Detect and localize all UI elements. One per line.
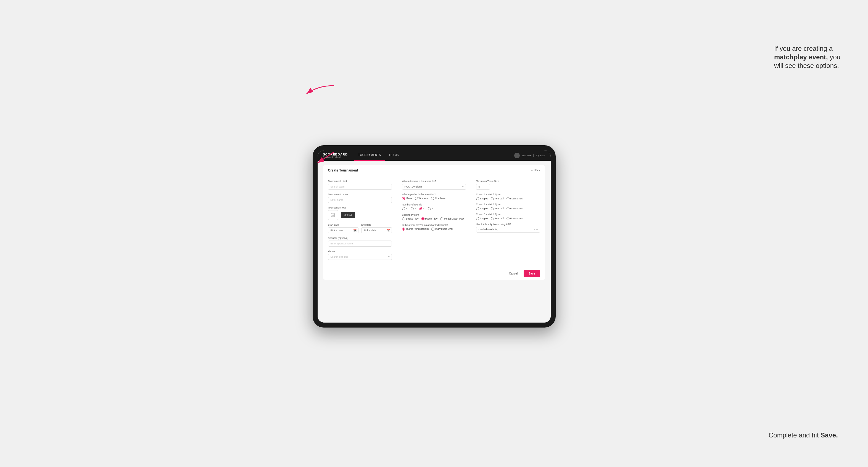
- form-card: Create Tournament ← Back Tournament Host…: [323, 165, 545, 280]
- form-body: Tournament Host Tournament name Tourname…: [323, 176, 545, 267]
- signout-link[interactable]: Sign out: [536, 154, 545, 157]
- teams-group: Is this event for Teams and/or Individua…: [402, 224, 466, 230]
- max-team-input[interactable]: [476, 184, 490, 190]
- round-2[interactable]: 2: [411, 207, 416, 210]
- form-col-3: Maximum Team Size Round 1 - Match Type S…: [471, 176, 545, 267]
- api-value: Leaderboard King: [478, 228, 498, 231]
- clear-icon[interactable]: ×: [533, 228, 535, 231]
- name-input[interactable]: [328, 197, 392, 203]
- venue-input[interactable]: [328, 254, 392, 260]
- tab-teams[interactable]: TEAMS: [385, 150, 403, 161]
- round1-singles[interactable]: Singles: [476, 197, 488, 200]
- name-label: Tournament name: [328, 193, 392, 196]
- sponsor-group: Sponsor (optional): [328, 237, 392, 247]
- scoring-medal[interactable]: Medal Match Play: [440, 217, 464, 220]
- form-header: Create Tournament ← Back: [323, 165, 545, 176]
- round1-fourball[interactable]: Fourball: [491, 197, 504, 200]
- gender-combined[interactable]: Combined: [431, 197, 446, 200]
- save-button[interactable]: Save: [524, 270, 540, 277]
- sponsor-input[interactable]: [328, 241, 392, 247]
- division-label: Which division is the event for?: [402, 180, 466, 183]
- cancel-button[interactable]: Cancel: [506, 270, 521, 277]
- annotation-bottom-right: Complete and hit Save.: [769, 431, 840, 439]
- user-name: Test User |: [522, 154, 534, 157]
- tab-tournaments[interactable]: TOURNAMENTS: [354, 150, 385, 161]
- scoring-match[interactable]: Match Play: [422, 217, 438, 220]
- teams-label: Is this event for Teams and/or Individua…: [402, 224, 466, 226]
- round1-foursomes[interactable]: Foursomes: [506, 197, 523, 200]
- end-date-group: End date 📅: [361, 223, 392, 234]
- scoring-stroke[interactable]: Stroke Play: [402, 217, 419, 220]
- round3-fourball[interactable]: Fourball: [491, 217, 504, 220]
- main-content: Create Tournament ← Back Tournament Host…: [318, 161, 551, 322]
- round3-label: Round 3 - Match Type: [476, 213, 540, 216]
- end-date-wrapper: 📅: [361, 227, 392, 234]
- max-team-group: Maximum Team Size: [476, 180, 540, 190]
- max-team-label: Maximum Team Size: [476, 180, 540, 183]
- calendar-icon-2: 📅: [386, 229, 390, 232]
- round2-fourball[interactable]: Fourball: [491, 207, 504, 210]
- round2-section: Round 2 - Match Type Singles Fourball: [476, 203, 540, 210]
- round-3[interactable]: 3: [419, 207, 425, 210]
- gender-group: Which gender is the event for? Mens Wome…: [402, 193, 466, 200]
- form-col-1: Tournament Host Tournament name Tourname…: [323, 176, 397, 267]
- round1-radio-group: Singles Fourball Foursomes: [476, 197, 540, 200]
- round-1[interactable]: 1: [402, 207, 407, 210]
- gender-womens[interactable]: Womens: [415, 197, 428, 200]
- form-title: Create Tournament: [328, 168, 358, 172]
- start-date-wrapper: 📅: [328, 227, 359, 234]
- round2-foursomes[interactable]: Foursomes: [506, 207, 523, 210]
- gender-mens-label: Mens: [406, 197, 412, 200]
- logo-placeholder: 🖼: [328, 210, 338, 220]
- start-label: Start date: [328, 223, 359, 226]
- division-group: Which division is the event for? NCAA Di…: [402, 180, 466, 190]
- rounds-radio-group: 1 2 3: [402, 207, 466, 210]
- round3-section: Round 3 - Match Type Singles Fourball: [476, 213, 540, 220]
- upload-button[interactable]: Upload: [341, 212, 355, 218]
- tablet-shell: SCOREBOARD Powered by clippit TOURNAMENT…: [313, 145, 556, 328]
- scoring-label: Scoring system: [402, 214, 466, 216]
- gender-label: Which gender is the event for?: [402, 193, 466, 196]
- gender-mens[interactable]: Mens: [402, 197, 412, 200]
- tablet-screen: SCOREBOARD Powered by clippit TOURNAMENT…: [318, 150, 551, 322]
- venue-select-wrapper: [328, 254, 392, 260]
- gender-womens-label: Womens: [419, 197, 428, 200]
- scoring-radio-group: Stroke Play Match Play Medal Match Play: [402, 217, 466, 220]
- gender-combined-label: Combined: [435, 197, 446, 200]
- back-link[interactable]: ← Back: [530, 169, 540, 172]
- arrow-right: [284, 80, 340, 102]
- start-date-group: Start date 📅: [328, 223, 359, 234]
- logo-group: Tournament logo 🖼 Upload: [328, 206, 392, 220]
- round2-label: Round 2 - Match Type: [476, 203, 540, 206]
- host-input[interactable]: [328, 184, 392, 190]
- round3-singles[interactable]: Singles: [476, 217, 488, 220]
- venue-group: Venue: [328, 250, 392, 260]
- date-row: Start date 📅 End date: [328, 223, 392, 234]
- round-4[interactable]: 4: [428, 207, 433, 210]
- round1-section: Round 1 - Match Type Singles Fourball: [476, 193, 540, 200]
- rounds-label: Number of rounds: [402, 203, 466, 206]
- tournament-name-group: Tournament name: [328, 193, 392, 203]
- division-select[interactable]: NCAA Division I: [402, 184, 466, 190]
- round3-foursomes[interactable]: Foursomes: [506, 217, 523, 220]
- gender-radio-group: Mens Womens Combined: [402, 197, 466, 200]
- dates-group: Start date 📅 End date: [328, 223, 392, 234]
- teams-radio-group: Teams (+Individuals) Individuals Only: [402, 227, 466, 230]
- nav-bar: SCOREBOARD Powered by clippit TOURNAMENT…: [318, 150, 551, 161]
- individuals-option[interactable]: Individuals Only: [431, 227, 453, 230]
- rounds-group: Number of rounds 1 2: [402, 203, 466, 210]
- host-label: Tournament Host: [328, 180, 392, 183]
- annotation-right: If you are creating a matchplay event, y…: [774, 44, 851, 70]
- round1-label: Round 1 - Match Type: [476, 193, 540, 196]
- logo-upload-area: 🖼 Upload: [328, 210, 392, 220]
- round2-singles[interactable]: Singles: [476, 207, 488, 210]
- teams-option[interactable]: Teams (+Individuals): [402, 227, 429, 230]
- arrow-save: [298, 149, 337, 166]
- chevron-down-icon[interactable]: ▾: [536, 228, 538, 231]
- tournament-host-group: Tournament Host: [328, 180, 392, 190]
- round3-radio-group: Singles Fourball Foursomes: [476, 217, 540, 220]
- api-multiselect[interactable]: Leaderboard King × ▾: [476, 227, 540, 232]
- nav-right: Test User | Sign out: [514, 153, 545, 158]
- calendar-icon: 📅: [353, 229, 356, 232]
- form-col-2: Which division is the event for? NCAA Di…: [397, 176, 471, 267]
